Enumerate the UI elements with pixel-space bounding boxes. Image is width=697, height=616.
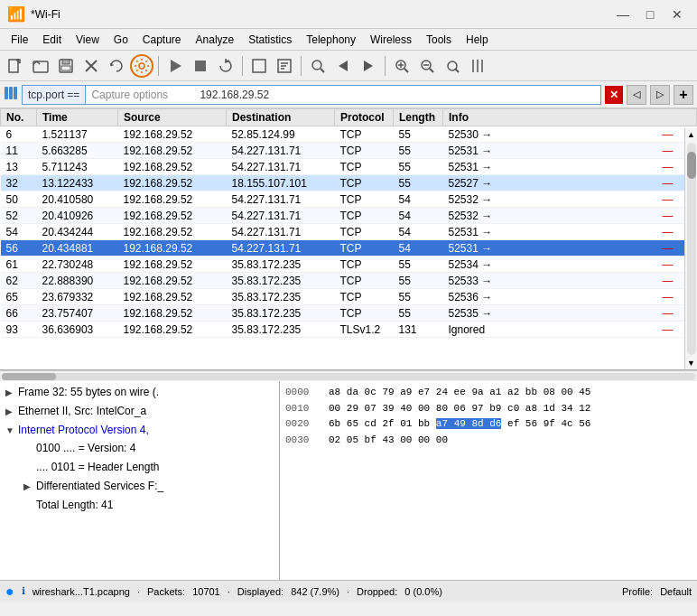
svg-point-16: [312, 61, 321, 70]
start-capture-button[interactable]: [163, 54, 187, 78]
table-row[interactable]: 5020.410580192.168.29.5254.227.131.71TCP…: [1, 191, 697, 208]
cell: TCP: [335, 289, 394, 305]
minimize-button[interactable]: —: [610, 5, 636, 24]
col-info[interactable]: Info: [443, 109, 697, 126]
filter-value[interactable]: 192.168.29.52: [194, 86, 600, 104]
scroll-up-button[interactable]: ▲: [685, 128, 697, 141]
scroll-thumb[interactable]: [687, 152, 696, 179]
menu-telephony[interactable]: Telephony: [299, 32, 363, 48]
filter-add-button[interactable]: +: [674, 85, 693, 105]
capture-filters-button[interactable]: [247, 54, 271, 78]
h-scroll-track[interactable]: [2, 373, 695, 380]
cell: 1.521137: [37, 126, 118, 143]
table-row[interactable]: 5420.434244192.168.29.5254.227.131.71TCP…: [1, 224, 697, 240]
cell: 54.227.131.71: [227, 240, 335, 257]
cell: 131: [394, 322, 443, 338]
cell: 5.711243: [37, 159, 118, 175]
scroll-track[interactable]: [687, 143, 696, 355]
save-button[interactable]: [54, 54, 78, 78]
table-row[interactable]: 115.663285192.168.29.5254.227.131.71TCP5…: [1, 143, 697, 159]
hex-row-1: 0010 00 29 07 39 40 00 80 06 97 b9 c0 a8…: [285, 401, 692, 417]
cell: 35.83.172.235: [227, 289, 335, 305]
menu-capture[interactable]: Capture: [135, 32, 189, 48]
prev-packet-button[interactable]: [331, 54, 355, 78]
resize-columns-button[interactable]: [466, 54, 489, 78]
cell: 54.227.131.71: [227, 159, 335, 175]
stop-capture-button[interactable]: [189, 54, 212, 78]
col-length[interactable]: Length: [394, 109, 443, 126]
maximize-button[interactable]: □: [637, 5, 663, 24]
col-time[interactable]: Time: [37, 109, 118, 126]
dropped-value: 0 (0.0%): [404, 586, 442, 597]
normal-size-button[interactable]: [441, 54, 464, 78]
wifi-icon: 📶: [7, 5, 25, 23]
table-row[interactable]: 5220.410926192.168.29.5254.227.131.71TCP…: [1, 208, 697, 224]
capture-options-button[interactable]: [130, 54, 153, 78]
hex-row-2: 0020 6b 65 cd 2f 01 bb a7 49 8d d6 ef 56…: [285, 416, 692, 433]
zoom-out-button[interactable]: [415, 54, 439, 78]
menu-view[interactable]: View: [69, 32, 107, 48]
horizontal-scrollbar[interactable]: [0, 370, 697, 381]
menu-tools[interactable]: Tools: [419, 32, 459, 48]
zoom-in-button[interactable]: [390, 54, 414, 78]
col-destination[interactable]: Destination: [227, 109, 335, 126]
table-vertical-scrollbar[interactable]: ▲ ▼: [684, 128, 697, 369]
table-row[interactable]: 135.711243192.168.29.5254.227.131.71TCP5…: [1, 159, 697, 175]
filter-hint: Capture options: [86, 86, 194, 104]
menu-edit[interactable]: Edit: [35, 32, 69, 48]
status-info-button[interactable]: ℹ: [22, 585, 25, 597]
h-scroll-thumb[interactable]: [2, 373, 56, 380]
hex-bytes-1: 00 29 07 39 40 00 80 06 97 b9 c0 a8 1d 3…: [329, 401, 692, 417]
filter-prev-button[interactable]: ◁: [627, 85, 646, 105]
new-capture-button[interactable]: [4, 54, 27, 78]
table-row[interactable]: 6122.730248192.168.29.5235.83.172.235TCP…: [1, 257, 697, 273]
tree-item-ethernet[interactable]: ▶ Ethernet II, Src: IntelCor_a: [0, 402, 279, 421]
svg-rect-32: [5, 87, 8, 99]
find-packet-button[interactable]: [306, 54, 330, 78]
packet-table: No. Time Source Destination Protocol Len…: [0, 108, 697, 338]
table-row[interactable]: 61.521137192.168.29.5252.85.124.99TCP555…: [1, 126, 697, 143]
menu-wireless[interactable]: Wireless: [363, 32, 419, 48]
hex-offset-1: 0010: [285, 401, 318, 417]
status-sep-1: ·: [137, 586, 140, 597]
table-row[interactable]: 9336.636903192.168.29.5235.83.172.235TLS…: [1, 322, 697, 338]
col-no[interactable]: No.: [1, 109, 37, 126]
menu-go[interactable]: Go: [107, 32, 135, 48]
tree-item-dsf[interactable]: ▶ Differentiated Services F:_: [0, 477, 279, 496]
svg-rect-11: [253, 60, 265, 72]
tree-item-total-length[interactable]: Total Length: 41: [0, 496, 279, 515]
cell: 55: [394, 175, 443, 191]
info-marker: —: [663, 275, 674, 287]
close-capture-button[interactable]: [79, 54, 103, 78]
tree-item-header-length[interactable]: .... 0101 = Header Length: [0, 458, 279, 477]
cell: 54: [394, 208, 443, 224]
close-button[interactable]: ✕: [664, 5, 690, 24]
menu-file[interactable]: File: [4, 32, 35, 48]
scroll-down-button[interactable]: ▼: [685, 357, 697, 369]
table-row[interactable]: 6523.679332192.168.29.5235.83.172.235TCP…: [1, 289, 697, 305]
svg-marker-19: [364, 61, 373, 71]
table-row[interactable]: 3213.122433192.168.29.5218.155.107.101TC…: [1, 175, 697, 191]
table-row[interactable]: 6222.888390192.168.29.5235.83.172.235TCP…: [1, 273, 697, 289]
filter-next-button[interactable]: ▷: [650, 85, 670, 105]
menu-statistics[interactable]: Statistics: [241, 32, 299, 48]
reload-button[interactable]: [105, 54, 128, 78]
next-packet-button[interactable]: [357, 54, 380, 78]
tree-item-frame[interactable]: ▶ Frame 32: 55 bytes on wire (.: [0, 383, 279, 402]
filter-clear-button[interactable]: ✕: [605, 86, 623, 104]
menu-analyze[interactable]: Analyze: [189, 32, 242, 48]
tree-item-ip[interactable]: ▼ Internet Protocol Version 4,: [0, 421, 279, 440]
menu-bar: File Edit View Go Capture Analyze Statis…: [0, 29, 697, 51]
info-marker: —: [663, 161, 674, 173]
display-filters-button[interactable]: [273, 54, 296, 78]
table-row[interactable]: 5620.434881192.168.29.5254.227.131.71TCP…: [1, 240, 697, 257]
open-button[interactable]: [29, 54, 52, 78]
tree-item-version[interactable]: 0100 .... = Version: 4: [0, 439, 279, 458]
status-dot: ●: [5, 583, 14, 600]
svg-rect-33: [9, 87, 13, 99]
menu-help[interactable]: Help: [459, 32, 496, 48]
col-protocol[interactable]: Protocol: [335, 109, 394, 126]
restart-capture-button[interactable]: [214, 54, 237, 78]
table-row[interactable]: 6623.757407192.168.29.5235.83.172.235TCP…: [1, 305, 697, 322]
col-source[interactable]: Source: [118, 109, 227, 126]
